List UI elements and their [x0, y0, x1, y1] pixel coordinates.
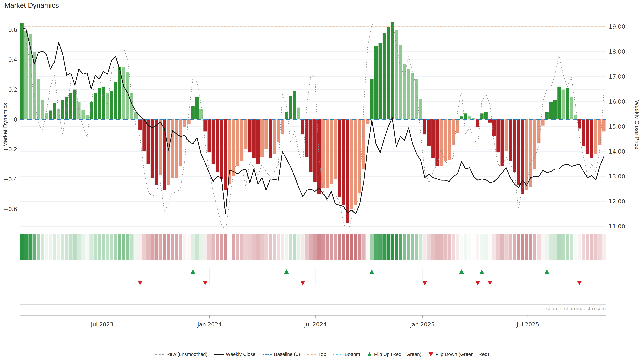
heatmap-cell: [130, 234, 134, 260]
heatmap-cell: [358, 234, 362, 260]
heatmap-cell: [590, 234, 594, 260]
bar: [53, 103, 56, 119]
bar: [448, 119, 451, 160]
heatmap-cell: [598, 234, 602, 260]
heatmap-cell: [167, 234, 170, 260]
bar: [289, 95, 292, 119]
bar: [45, 113, 48, 119]
legend-label: Baseline (0): [274, 352, 300, 357]
bar: [81, 110, 84, 119]
heatmap-cell: [293, 234, 296, 260]
bar: [460, 116, 463, 119]
heatmap-cell: [57, 234, 60, 260]
heatmap-cell: [163, 234, 166, 260]
heatmap-cell: [122, 234, 126, 260]
bar: [590, 119, 593, 158]
bar: [570, 97, 573, 119]
heatmap-cell: [533, 234, 536, 260]
bar: [403, 64, 406, 119]
heatmap-cell: [102, 234, 105, 260]
heatmap-cell: [504, 234, 508, 260]
heatmap-cell: [338, 234, 341, 260]
heatmap-cell: [264, 234, 268, 260]
bar: [150, 119, 154, 178]
heatmap-cell: [403, 234, 406, 260]
heatmap-cell: [390, 234, 394, 260]
heatmap-cell: [150, 234, 154, 260]
bar: [204, 119, 206, 131]
heatmap-cell: [374, 234, 378, 260]
heatmap-cell: [472, 234, 476, 260]
bar: [411, 73, 414, 119]
heatmap-cell: [208, 234, 211, 260]
heatmap-cell: [114, 234, 118, 260]
heatmap-cell: [586, 234, 589, 260]
heatmap-cell: [285, 234, 288, 260]
flip-up-marker: [480, 270, 484, 274]
heatmap-cell: [146, 234, 150, 260]
bar: [114, 82, 117, 119]
bar: [554, 100, 556, 119]
svg-text:−0.4: −0.4: [3, 176, 17, 183]
heatmap-cell: [224, 234, 227, 260]
heatmap-cell: [183, 234, 186, 260]
bar: [602, 119, 606, 131]
heatmap-cell: [378, 234, 382, 260]
svg-text:Jul 2024: Jul 2024: [304, 321, 326, 328]
heatmap-cell: [484, 234, 488, 260]
heatmap-cell: [456, 234, 459, 260]
flip-up-marker: [459, 270, 464, 274]
heatmap-cell: [566, 234, 569, 260]
bar: [305, 119, 308, 157]
legend-item-bottom: Bottom: [333, 352, 360, 357]
heatmap-cell: [276, 234, 280, 260]
heatmap-cell: [301, 234, 304, 260]
bar: [505, 119, 508, 151]
bar: [244, 119, 247, 149]
raw-line-icon: [155, 354, 164, 355]
legend-item-top: Top: [307, 352, 326, 357]
bar: [399, 45, 402, 119]
heatmap-cell: [260, 234, 264, 260]
solid-line-icon: [214, 354, 224, 355]
bar: [77, 102, 80, 119]
heatmap-cell: [73, 234, 77, 260]
heatmap-cell: [179, 234, 182, 260]
bar: [102, 87, 105, 119]
bar: [407, 69, 410, 119]
bars-series: [20, 21, 606, 223]
heatmap-cell: [513, 234, 516, 260]
bar: [110, 91, 113, 119]
bar: [20, 23, 24, 119]
flip-down-marker: [138, 281, 142, 285]
bar: [566, 88, 569, 119]
svg-text:0: 0: [14, 116, 17, 123]
bar: [122, 67, 125, 119]
dotted-line-icon: [333, 354, 342, 355]
heatmap-cell: [289, 234, 292, 260]
svg-text:12.00: 12.00: [609, 198, 625, 205]
heatmap-cell: [94, 234, 97, 260]
dashed-line-icon: [263, 354, 272, 355]
bar: [390, 21, 394, 119]
legend-label: Flip Up (Red→Green): [374, 352, 422, 357]
heatmap-cell: [85, 234, 89, 260]
heatmap-cell: [313, 234, 317, 260]
heatmap-cell: [464, 234, 468, 260]
bar: [395, 30, 398, 119]
heatmap-cell: [309, 234, 313, 260]
heatmap-cell: [236, 234, 240, 260]
bar: [183, 119, 186, 127]
bar: [452, 119, 455, 145]
bar: [444, 119, 447, 161]
bar: [513, 119, 516, 172]
heatmap-cell: [81, 234, 85, 260]
heatmap-cell: [20, 234, 24, 260]
svg-text:18.00: 18.00: [609, 48, 625, 55]
heatmap-cell: [427, 234, 431, 260]
bar: [533, 119, 536, 169]
bar: [525, 119, 528, 190]
bar: [582, 119, 585, 146]
bar: [69, 93, 72, 119]
bar: [362, 119, 366, 169]
